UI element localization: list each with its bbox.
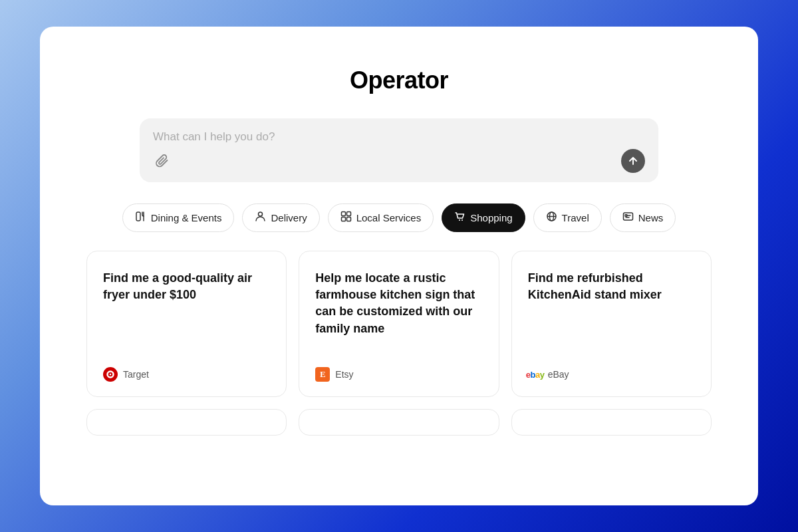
shopping-icon [454, 211, 466, 225]
card-air-fryer[interactable]: Find me a good-quality air fryer under $… [86, 251, 287, 397]
news-icon [622, 211, 634, 225]
target-logo [103, 367, 118, 382]
svg-point-6 [459, 219, 460, 221]
card-partial-1 [86, 409, 287, 436]
category-chip-delivery[interactable]: Delivery [242, 203, 319, 232]
svg-rect-4 [341, 217, 345, 221]
dining-label: Dining & Events [151, 212, 222, 223]
local-icon [340, 211, 352, 225]
category-chip-shopping[interactable]: Shopping [442, 203, 525, 232]
search-input[interactable] [153, 130, 645, 144]
card-farmhouse-sign[interactable]: Help me locate a rustic farmhouse kitche… [299, 251, 499, 397]
shopping-label: Shopping [470, 212, 512, 223]
card-text-3: Find me refurbished KitchenAid stand mix… [528, 270, 695, 351]
svg-point-7 [462, 219, 463, 221]
travel-icon [546, 211, 557, 225]
card-footer-3: ebay eBay [528, 367, 695, 382]
dining-icon [135, 211, 146, 225]
svg-rect-3 [346, 212, 350, 216]
ebay-logo: ebay [528, 367, 543, 382]
app-title: Operator [350, 66, 448, 94]
card-kitchenaid[interactable]: Find me refurbished KitchenAid stand mix… [511, 251, 712, 397]
delivery-icon [255, 211, 266, 225]
category-chip-travel[interactable]: Travel [533, 203, 602, 232]
main-panel: Operator Di [40, 27, 758, 505]
card-partial-3 [511, 409, 712, 436]
delivery-label: Delivery [271, 212, 307, 223]
attach-icon[interactable] [153, 152, 172, 170]
travel-label: Travel [562, 212, 589, 223]
etsy-logo: E [315, 367, 330, 382]
card-text-2: Help me locate a rustic farmhouse kitche… [315, 270, 482, 351]
bottom-partial-row [86, 409, 712, 436]
card-partial-2 [299, 409, 499, 436]
card-footer-1: Target [103, 367, 270, 382]
submit-button[interactable] [621, 149, 645, 173]
cards-grid: Find me a good-quality air fryer under $… [86, 251, 712, 397]
category-chip-dining[interactable]: Dining & Events [122, 203, 235, 232]
store-name-3: eBay [548, 369, 569, 380]
svg-rect-5 [346, 217, 350, 221]
svg-point-1 [259, 212, 263, 216]
local-label: Local Services [356, 212, 422, 223]
category-chip-local[interactable]: Local Services [328, 203, 434, 232]
news-label: News [638, 212, 664, 223]
store-name-1: Target [123, 369, 149, 380]
categories-row: Dining & Events Delivery Local Servi [122, 203, 676, 232]
card-text-1: Find me a good-quality air fryer under $… [103, 270, 270, 351]
store-name-2: Etsy [335, 369, 353, 380]
search-box [140, 118, 658, 182]
svg-rect-0 [136, 212, 140, 221]
ebay-text: ebay [526, 370, 545, 380]
svg-point-18 [110, 374, 111, 375]
search-bottom-row [153, 149, 645, 173]
category-chip-news[interactable]: News [610, 203, 676, 232]
svg-rect-2 [341, 212, 345, 216]
card-footer-2: E Etsy [315, 367, 482, 382]
